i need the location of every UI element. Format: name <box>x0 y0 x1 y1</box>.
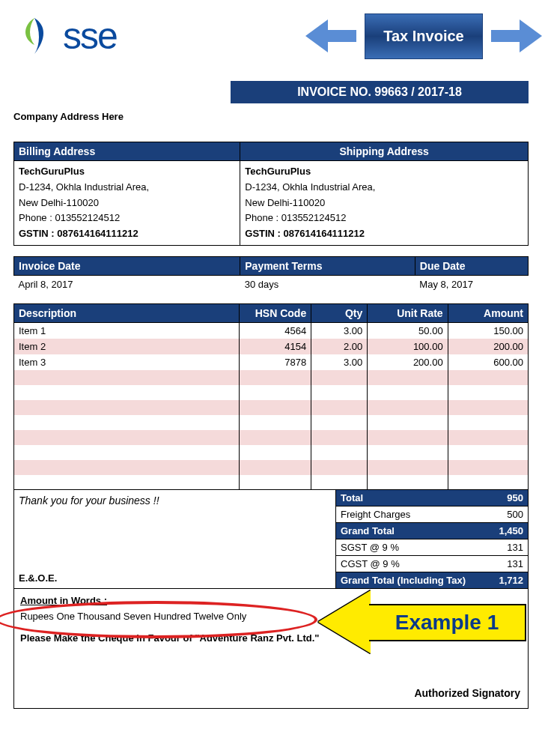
billing-gstin: GSTIN : 087614164111212 <box>19 228 138 239</box>
invoice-number-bar: INVOICE NO. 99663 / 2017-18 <box>231 81 529 103</box>
invoice-date-value: April 8, 2017 <box>14 275 240 293</box>
authorized-signatory-label: Authorized Signatory <box>414 687 520 699</box>
tax-invoice-label: Tax Invoice <box>365 13 482 59</box>
item-qty: 2.00 <box>311 339 368 354</box>
col-hsn: HSN Code <box>239 303 311 322</box>
item-amt: 150.00 <box>448 322 528 339</box>
sgst-value: 131 <box>490 539 528 556</box>
thank-you-text: Thank you for your business !! <box>19 495 331 506</box>
totals-section: Thank you for your business !! E.&.O.E. … <box>13 490 529 589</box>
item-desc: Item 1 <box>14 322 240 339</box>
due-date-head: Due Date <box>415 256 528 275</box>
amount-in-words-value: Rupees One Thousand Seven Hundred Twelve… <box>20 611 522 622</box>
grand-total-value: 1,450 <box>490 523 528 539</box>
table-row <box>14 475 529 490</box>
cheque-instruction: Please Make the Cheque in Favour of "Adv… <box>20 632 522 644</box>
shipping-name: TechGuruPlus <box>245 166 311 177</box>
arrow-right-icon <box>520 19 542 52</box>
col-description: Description <box>14 303 240 322</box>
item-qty: 3.00 <box>311 322 368 339</box>
partial-text: t. Ltd. <box>501 614 527 626</box>
item-hsn: 4564 <box>239 322 311 339</box>
col-rate: Unit Rate <box>368 303 448 322</box>
table-row <box>14 415 529 430</box>
shipping-gstin: GSTIN : 087614164111212 <box>245 228 365 239</box>
shipping-phone: Phone : 013552124512 <box>245 212 346 223</box>
table-row: Item 2 4154 2.00 100.00 200.00 <box>14 339 529 354</box>
table-row: Item 3 7878 3.00 200.00 600.00 <box>14 354 529 370</box>
item-rate: 50.00 <box>368 322 448 339</box>
billing-name: TechGuruPlus <box>19 166 85 177</box>
logo-text: sse <box>63 14 117 58</box>
item-amt: 200.00 <box>448 339 528 354</box>
invoice-date-head: Invoice Date <box>14 256 240 275</box>
eoe-label: E.&.O.E. <box>19 572 331 584</box>
shipping-line2: New Delhi-110020 <box>245 197 325 208</box>
grand-total-label: Grand Total <box>336 523 490 539</box>
tax-invoice-banner: Tax Invoice <box>319 13 529 58</box>
item-desc: Item 2 <box>14 339 240 354</box>
table-row <box>14 430 529 445</box>
footer-box: Amount in Words : Rupees One Thousand Se… <box>13 589 529 709</box>
table-row <box>14 460 529 475</box>
table-row <box>14 445 529 460</box>
freight-value: 500 <box>490 506 528 523</box>
total-label: Total <box>336 490 490 506</box>
billing-address-cell: TechGuruPlus D-1234, Okhla Industrial Ar… <box>14 161 240 246</box>
line-items-table: Description HSN Code Qty Unit Rate Amoun… <box>13 303 529 491</box>
shipping-address-head: Shipping Address <box>240 142 529 161</box>
table-row <box>14 370 529 385</box>
amount-in-words-label: Amount in Words : <box>20 595 522 606</box>
grand-total-incl-tax-value: 1,712 <box>490 572 528 589</box>
arrow-left-icon <box>305 19 328 52</box>
address-table: Billing Address Shipping Address TechGur… <box>13 142 529 246</box>
billing-line2: New Delhi-110020 <box>19 197 99 208</box>
invoice-meta-table: Invoice Date Payment Terms Due Date Apri… <box>13 256 529 293</box>
billing-line1: D-1234, Okhla Industrial Area, <box>19 181 149 193</box>
freight-label: Freight Charges <box>336 506 490 523</box>
table-row <box>14 385 529 400</box>
sgst-label: SGST @ 9 % <box>336 539 490 556</box>
item-qty: 3.00 <box>311 354 368 370</box>
cgst-value: 131 <box>490 556 528 572</box>
company-address-label: Company Address Here <box>13 111 529 122</box>
billing-address-head: Billing Address <box>14 142 240 161</box>
total-value: 950 <box>490 490 528 506</box>
company-logo: sse <box>13 14 117 58</box>
item-rate: 100.00 <box>368 339 448 354</box>
totals-column: Total950 Freight Charges500 Grand Total1… <box>336 490 528 588</box>
due-date-value: May 8, 2017 <box>415 275 528 293</box>
shipping-line1: D-1234, Okhla Industrial Area, <box>245 181 375 193</box>
grand-total-incl-tax-label: Grand Total (Including Tax) <box>336 572 490 589</box>
table-row: Item 1 4564 3.00 50.00 150.00 <box>14 322 529 339</box>
item-hsn: 4154 <box>239 339 311 354</box>
item-rate: 200.00 <box>368 354 448 370</box>
payment-terms-value: 30 days <box>240 275 415 293</box>
col-qty: Qty <box>311 303 368 322</box>
payment-terms-head: Payment Terms <box>240 256 415 275</box>
thank-you-cell: Thank you for your business !! E.&.O.E. <box>14 490 336 588</box>
table-row <box>14 400 529 415</box>
item-hsn: 7878 <box>239 354 311 370</box>
billing-phone: Phone : 013552124512 <box>19 212 120 223</box>
document-header: sse Tax Invoice <box>13 13 529 58</box>
col-amount: Amount <box>448 303 528 322</box>
item-desc: Item 3 <box>14 354 240 370</box>
logo-mark-icon <box>13 15 55 57</box>
shipping-address-cell: TechGuruPlus D-1234, Okhla Industrial Ar… <box>240 161 529 246</box>
item-amt: 600.00 <box>448 354 528 370</box>
cgst-label: CGST @ 9 % <box>336 556 490 572</box>
